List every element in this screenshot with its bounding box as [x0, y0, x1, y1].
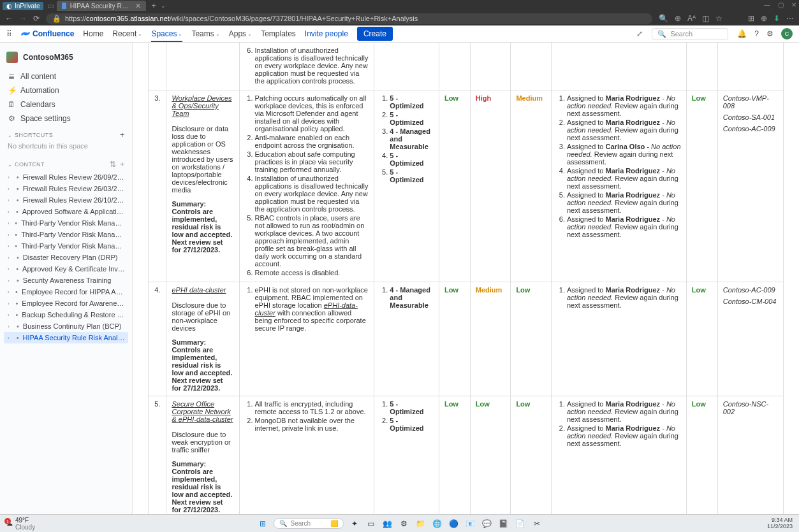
tree-item[interactable]: ›•Disaster Recovery Plan (DRP) — [4, 252, 128, 263]
collapse-icon[interactable]: ⌄ — [8, 162, 12, 168]
favorite-icon[interactable]: ☆ — [715, 14, 722, 23]
nav-templates[interactable]: Templates — [261, 29, 296, 38]
snip-icon[interactable]: ✂ — [531, 518, 543, 529]
tree-item[interactable]: ›•Backup Scheduling & Restore Procedure — [4, 309, 128, 320]
teams-icon[interactable]: 👥 — [382, 518, 393, 529]
settings-icon[interactable]: ⚙ — [766, 29, 773, 38]
collections-icon[interactable]: ⊕ — [761, 14, 767, 23]
collapse-icon[interactable]: ⌄ — [8, 133, 12, 138]
menu-icon[interactable]: ⋯ — [786, 14, 794, 23]
tree-item[interactable]: ›•Firewall Rules Review 26/03/2023 — [4, 183, 128, 194]
tree-item[interactable]: ›•Third-Party Vendor Risk Management - 2… — [4, 229, 128, 240]
sidebar-item[interactable]: ⚙Space settings — [4, 111, 128, 126]
doc-link[interactable]: Contoso-CM-004 — [723, 298, 778, 305]
asset-link[interactable]: Workplace Devices & Ops/Security Team — [172, 94, 231, 117]
extensions-icon[interactable]: ⊞ — [748, 14, 754, 23]
maximize-button[interactable]: ▢ — [778, 1, 784, 8]
settings-icon[interactable]: ⚙ — [399, 518, 410, 529]
taskbar-search[interactable]: 🔍 Search 🟨 — [274, 518, 344, 529]
tree-item[interactable]: ›•Third-Party Vendor Risk Management - 2… — [4, 217, 128, 229]
confluence-logo[interactable]: Confluence — [21, 29, 74, 38]
tree-item[interactable]: ›•Firewall Rules Review 26/09/2023 — [4, 171, 128, 183]
nav-teams[interactable]: Teams⌄ — [191, 29, 219, 38]
chrome-icon[interactable]: 🔵 — [448, 518, 460, 529]
forward-button[interactable]: → — [19, 14, 27, 23]
tree-item[interactable]: ›•Approved Key & Certificate Inventory — [4, 263, 128, 275]
sidebar-item-icon: ≣ — [8, 72, 15, 81]
tree-item[interactable]: ›•Employee Record for HIPPA Annual Train… — [4, 286, 128, 298]
text-size-icon[interactable]: Aᴬ — [687, 14, 696, 23]
expand-icon[interactable]: ⤢ — [636, 29, 643, 38]
asset-link[interactable]: Secure Office Corporate Network & ePHI-d… — [172, 400, 233, 423]
avatar[interactable]: C — [781, 28, 793, 40]
nav-recent[interactable]: Recent⌄ — [112, 29, 142, 38]
copilot-icon[interactable]: ✦ — [349, 518, 360, 529]
refresh-button[interactable]: ⟳ — [33, 14, 40, 23]
read-aloud-icon[interactable]: ⊕ — [675, 14, 681, 23]
tab-close-icon[interactable]: ✕ — [135, 2, 141, 10]
close-button[interactable]: ✕ — [791, 1, 796, 8]
teams2-icon[interactable]: 💬 — [481, 518, 493, 529]
tree-item[interactable]: ›•Third-Party Vendor Risk Management - 2… — [4, 240, 128, 252]
tree-item[interactable]: ›•Security Awareness Training — [4, 275, 128, 286]
nav-home[interactable]: Home — [83, 29, 103, 38]
tree-item-label: Third-Party Vendor Risk Management - 27/… — [21, 219, 126, 227]
doc-link[interactable]: Contoso-SA-001 — [723, 113, 778, 121]
weather-widget[interactable]: ☁1 49°F Cloudy — [6, 517, 35, 531]
tree-item[interactable]: ›•Firewall Rules Review 26/10/2022 — [4, 194, 128, 206]
search-highlight-icon: 🟨 — [330, 520, 338, 527]
asset-link[interactable]: ePHI data-cluster — [172, 286, 226, 294]
create-button[interactable]: Create — [357, 27, 393, 41]
nav-apps[interactable]: Apps⌄ — [229, 29, 252, 38]
cell-overall: Low — [511, 396, 552, 515]
doc-link[interactable]: Contoso-VMP-008 — [723, 94, 778, 110]
search-input[interactable]: 🔍 Search — [652, 28, 728, 40]
notifications-icon[interactable]: 🔔 — [737, 29, 747, 38]
tree-item-label: Approved Software & Applications List — [22, 208, 126, 215]
minimize-button[interactable]: — — [764, 1, 770, 8]
weather-desc: Cloudy — [15, 524, 35, 531]
split-icon[interactable]: ◫ — [702, 14, 709, 23]
workspaces-icon[interactable]: ▭ — [47, 1, 54, 10]
add-content-icon[interactable]: + — [120, 160, 124, 169]
start-button[interactable]: ⊞ — [257, 518, 268, 529]
app-switcher-icon[interactable]: ⠿ — [6, 29, 12, 38]
tree-item[interactable]: ›•Business Continuity Plan (BCP) — [4, 320, 128, 332]
back-button[interactable]: ← — [5, 14, 13, 23]
onenote-icon[interactable]: 📓 — [498, 518, 509, 529]
cell-level: 5 - Optimized5 - Optimized — [374, 396, 439, 515]
level-item: 5 - Optimized — [390, 152, 434, 167]
tab-hipaa[interactable]: HIPAA Security Rule Risk Analysi ✕ — [57, 1, 146, 11]
add-shortcut-icon[interactable]: + — [120, 131, 124, 140]
sidebar-item-label: Space settings — [20, 114, 71, 123]
doc-link[interactable]: Contoso-NSC-002 — [723, 400, 778, 415]
sidebar-item[interactable]: ⚡Automation — [4, 83, 128, 97]
nav-spaces[interactable]: Spaces⌄ — [151, 29, 182, 42]
tree-item[interactable]: ›•Employee Record for Awareness Training — [4, 298, 128, 309]
cell-index — [149, 43, 166, 90]
new-tab-button[interactable]: + — [151, 1, 156, 10]
control-item: Installation of unauthorized application… — [255, 47, 369, 85]
explorer-icon[interactable]: 📁 — [415, 518, 427, 529]
tree-item[interactable]: ›•HIPAA Security Rule Risk Analysis — [4, 332, 128, 343]
downloads-icon[interactable]: ⬇ — [773, 14, 780, 23]
edge-icon[interactable]: 🌐 — [432, 518, 443, 529]
doc-link[interactable]: Contoso-AC-009 — [723, 125, 778, 133]
task-view-icon[interactable]: ▭ — [365, 518, 377, 529]
window-controls: — ▢ ✕ — [764, 1, 796, 8]
help-icon[interactable]: ? — [754, 29, 759, 38]
sidebar-item[interactable]: 🗓Calendars — [4, 97, 128, 111]
address-bar[interactable]: 🔒 https://contosom365.atlassian.net/wiki… — [46, 13, 652, 24]
word-icon[interactable]: 📄 — [515, 518, 526, 529]
page-icon: • — [16, 311, 18, 319]
outlook-icon[interactable]: 📧 — [465, 518, 476, 529]
tree-item[interactable]: ›•Approved Software & Applications List — [4, 206, 128, 217]
sidebar-item[interactable]: ≣All content — [4, 69, 128, 83]
invite-people-button[interactable]: Invite people — [305, 29, 348, 38]
tab-actions-icon[interactable]: ⌄ — [161, 3, 166, 9]
filter-icon[interactable]: ⇅ — [110, 160, 116, 169]
space-header[interactable]: ContosoM365 — [4, 48, 128, 69]
system-tray[interactable]: 9:34 AM 11/2/2023 — [767, 517, 793, 530]
doc-link[interactable]: Contoso-AC-009 — [723, 286, 778, 294]
zoom-icon[interactable]: 🔍 — [659, 14, 668, 23]
